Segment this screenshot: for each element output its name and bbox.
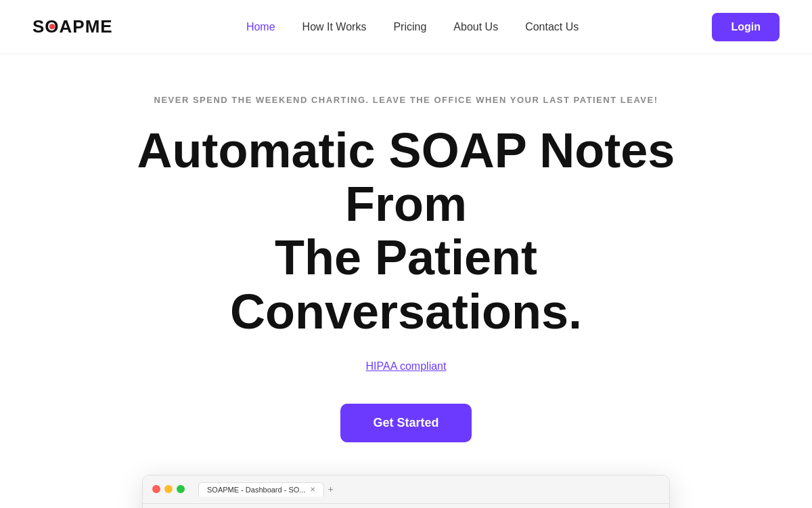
navbar: SOAPME Home How It Works Pricing About U… (0, 0, 812, 54)
nav-about-us[interactable]: About Us (453, 21, 498, 33)
new-tab-button[interactable]: + (328, 484, 334, 494)
get-started-button[interactable]: Get Started (340, 404, 471, 442)
site-logo: SOAPME (32, 16, 113, 37)
nav-contact-us[interactable]: Contact Us (525, 21, 579, 33)
hero-section: NEVER SPEND THE WEEKEND CHARTING. LEAVE … (0, 54, 812, 508)
nav-links: Home How It Works Pricing About Us Conta… (246, 21, 579, 33)
browser-traffic-lights (152, 485, 185, 493)
minimize-dot[interactable] (164, 485, 173, 493)
browser-addressbar-row: ‹ › ↻ 🔒 secure.soapme.ai ☆ ⬇ ⧉ ⊞ ◉ ⋮ (143, 504, 669, 508)
browser-mockup: SOAPME - Dashboard - SO... ✕ + ‹ › ↻ 🔒 s… (142, 475, 670, 508)
maximize-dot[interactable] (177, 485, 185, 493)
hero-tagline: NEVER SPEND THE WEEKEND CHARTING. LEAVE … (32, 95, 780, 105)
browser-topbar: SOAPME - Dashboard - SO... ✕ + (143, 475, 669, 504)
hipaa-link[interactable]: HIPAA compliant (32, 360, 780, 373)
nav-how-it-works[interactable]: How It Works (302, 21, 367, 33)
nav-home[interactable]: Home (246, 21, 275, 33)
browser-tab-area: SOAPME - Dashboard - SO... ✕ + (198, 482, 334, 496)
browser-tab[interactable]: SOAPME - Dashboard - SO... ✕ (198, 482, 324, 496)
tab-label: SOAPME - Dashboard - SO... (207, 486, 306, 494)
nav-pricing[interactable]: Pricing (393, 21, 426, 33)
tab-close-icon[interactable]: ✕ (310, 486, 315, 493)
hero-title: Automatic SOAP Notes From The Patient Co… (102, 124, 710, 339)
login-button[interactable]: Login (712, 13, 780, 41)
close-dot[interactable] (152, 485, 160, 493)
